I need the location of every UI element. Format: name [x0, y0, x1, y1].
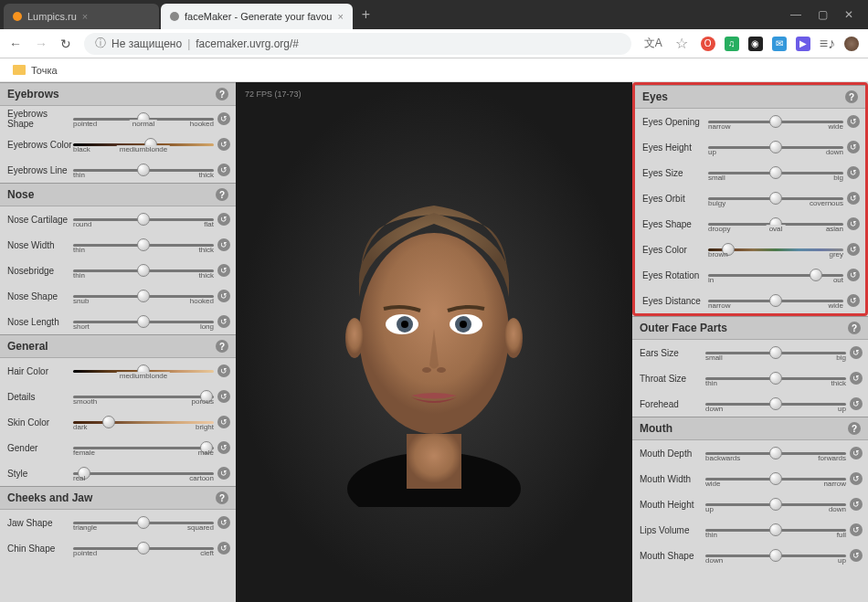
slider[interactable]: pointed cleft	[73, 537, 214, 559]
slider[interactable]: black mediumblonde	[73, 133, 214, 155]
reset-icon[interactable]: ↺	[217, 516, 230, 529]
reset-icon[interactable]: ↺	[217, 112, 230, 125]
back-button[interactable]: ←	[9, 37, 22, 51]
reset-icon[interactable]: ↺	[850, 498, 863, 511]
new-tab-button[interactable]: +	[355, 6, 377, 23]
slider[interactable]: bulgy covernous	[708, 187, 843, 209]
reset-icon[interactable]: ↺	[217, 542, 230, 554]
slider[interactable]: wide narrow	[705, 468, 846, 490]
face-viewport[interactable]: 72 FPS (17-73)	[236, 82, 632, 602]
minimize-button[interactable]: —	[790, 8, 801, 21]
reset-icon[interactable]: ↺	[217, 138, 230, 151]
slider[interactable]: smooth porous	[73, 385, 214, 407]
help-icon[interactable]: ?	[848, 322, 861, 334]
slider-thumb[interactable]	[810, 269, 822, 281]
forward-button[interactable]: →	[35, 37, 48, 51]
slider-thumb[interactable]	[769, 166, 782, 179]
slider[interactable]: triangle squared	[73, 512, 214, 533]
reset-icon[interactable]: ↺	[217, 264, 230, 277]
slider-thumb[interactable]	[137, 213, 150, 226]
maximize-button[interactable]: ▢	[818, 8, 828, 21]
slider[interactable]: up down	[708, 136, 843, 158]
slider[interactable]: real cartoon	[73, 462, 214, 484]
help-icon[interactable]: ?	[848, 422, 861, 435]
slider[interactable]: female male	[73, 437, 214, 459]
reset-icon[interactable]: ↺	[847, 115, 860, 128]
slider[interactable]: thin thick	[705, 367, 846, 389]
close-button[interactable]: ✕	[844, 8, 853, 21]
slider-thumb[interactable]	[769, 498, 782, 511]
browser-tab[interactable]: faceMaker - Generate your favou×	[161, 4, 353, 29]
slider[interactable]: mediumblonde	[73, 360, 214, 382]
avatar-icon[interactable]	[844, 37, 859, 51]
reset-icon[interactable]: ↺	[217, 315, 230, 328]
slider-thumb[interactable]	[102, 416, 115, 428]
slider-thumb[interactable]	[137, 164, 150, 176]
slider[interactable]: narrow wide	[708, 111, 843, 132]
slider[interactable]: snub hooked	[73, 285, 214, 307]
extension-icon[interactable]: ◉	[748, 37, 763, 51]
slider-thumb[interactable]	[137, 238, 150, 251]
playlist-icon[interactable]: ≡♪	[820, 36, 835, 52]
tab-close-icon[interactable]: ×	[82, 11, 88, 22]
reset-icon[interactable]: ↺	[217, 441, 230, 454]
reset-icon[interactable]: ↺	[217, 416, 230, 428]
reset-icon[interactable]: ↺	[847, 294, 860, 307]
extension-icon[interactable]: O	[701, 37, 715, 51]
slider[interactable]: in out	[708, 264, 843, 286]
slider-thumb[interactable]	[769, 447, 782, 459]
help-icon[interactable]: ?	[216, 88, 228, 100]
url-input[interactable]: ⓘ Не защищено | facemaker.uvrg.org/#	[84, 33, 631, 55]
reset-icon[interactable]: ↺	[850, 346, 863, 359]
slider-thumb[interactable]	[769, 372, 782, 385]
reset-icon[interactable]: ↺	[217, 364, 230, 377]
reset-icon[interactable]: ↺	[217, 467, 230, 480]
star-icon[interactable]: ☆	[675, 35, 688, 52]
slider[interactable]: dark bright	[73, 411, 214, 433]
slider[interactable]: pointed hooked normal	[73, 108, 214, 130]
help-icon[interactable]: ?	[216, 188, 228, 201]
slider[interactable]: round flat	[73, 208, 214, 230]
slider[interactable]: thin thick	[73, 234, 214, 256]
slider-thumb[interactable]	[769, 294, 782, 307]
reset-icon[interactable]: ↺	[217, 390, 230, 403]
slider[interactable]: thin thick	[73, 259, 214, 281]
slider[interactable]: brown grey	[708, 238, 843, 260]
extension-icon[interactable]: ✉	[772, 37, 787, 51]
reset-icon[interactable]: ↺	[847, 269, 860, 281]
help-icon[interactable]: ?	[216, 491, 228, 504]
slider-thumb[interactable]	[769, 523, 782, 536]
slider[interactable]: small big	[708, 162, 843, 184]
reset-icon[interactable]: ↺	[217, 164, 230, 176]
reload-button[interactable]: ↻	[60, 37, 71, 51]
tab-close-icon[interactable]: ×	[337, 11, 343, 22]
slider[interactable]: narrow wide	[708, 290, 843, 312]
reset-icon[interactable]: ↺	[850, 447, 863, 459]
slider[interactable]: droopy asian oval	[708, 213, 843, 235]
reset-icon[interactable]: ↺	[850, 472, 863, 485]
slider[interactable]: up down	[705, 493, 846, 515]
reset-icon[interactable]: ↺	[847, 217, 860, 230]
reset-icon[interactable]: ↺	[850, 549, 863, 562]
help-icon[interactable]: ?	[216, 340, 228, 353]
slider-thumb[interactable]	[769, 549, 782, 562]
extension-icon[interactable]: ♫	[725, 37, 739, 51]
reset-icon[interactable]: ↺	[847, 141, 860, 153]
reset-icon[interactable]: ↺	[847, 243, 860, 256]
slider-thumb[interactable]	[137, 264, 150, 277]
slider[interactable]: down up	[705, 544, 846, 566]
reset-icon[interactable]: ↺	[217, 290, 230, 302]
help-icon[interactable]: ?	[845, 90, 858, 103]
extension-icon[interactable]: ▶	[796, 37, 810, 51]
slider-thumb[interactable]	[769, 346, 782, 359]
slider-thumb[interactable]	[137, 290, 150, 302]
slider[interactable]: down up	[705, 393, 846, 415]
slider[interactable]: short long	[73, 311, 214, 333]
slider-thumb[interactable]	[769, 115, 782, 128]
reset-icon[interactable]: ↺	[850, 523, 863, 536]
reset-icon[interactable]: ↺	[847, 192, 860, 205]
reset-icon[interactable]: ↺	[217, 213, 230, 226]
slider-thumb[interactable]	[769, 397, 782, 410]
slider-thumb[interactable]	[769, 192, 782, 205]
slider-thumb[interactable]	[137, 516, 150, 529]
